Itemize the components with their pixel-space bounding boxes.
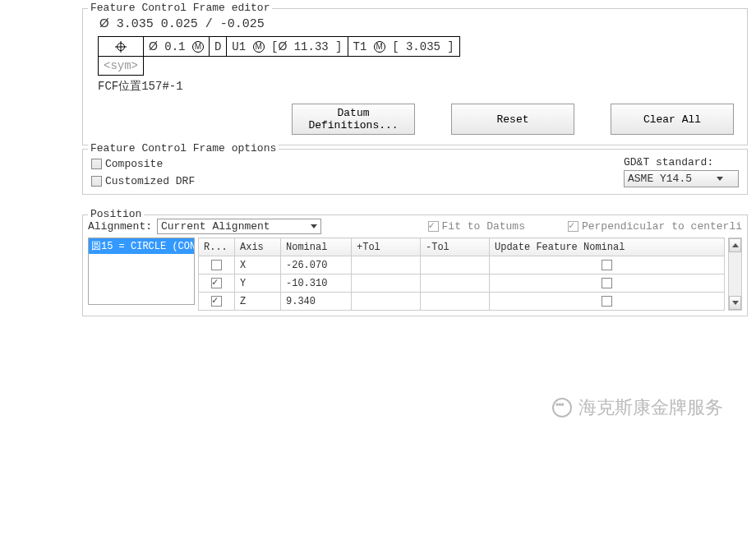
datum-a-cell[interactable]: D xyxy=(209,37,226,57)
gdt-standard-select[interactable]: ASME Y14.5 xyxy=(624,170,739,187)
row-checkbox[interactable] xyxy=(211,278,222,288)
clear-all-button[interactable]: Clear All xyxy=(611,104,734,135)
diameter-icon: Ø xyxy=(149,39,158,53)
datum-definitions-button[interactable]: Datum Definitions... xyxy=(292,104,415,135)
scroll-down-button[interactable] xyxy=(729,296,741,310)
table-row: X-26.070 xyxy=(199,256,725,274)
col-r[interactable]: R... xyxy=(199,238,235,256)
col-axis[interactable]: Axis xyxy=(235,238,281,256)
composite-checkbox[interactable] xyxy=(91,159,102,169)
col-update[interactable]: Update Feature Nominal xyxy=(490,238,725,256)
chevron-down-icon xyxy=(717,177,723,181)
diameter-plus: 0.025 xyxy=(161,17,198,31)
minus-tol-cell[interactable] xyxy=(421,256,490,274)
sym-placeholder-cell[interactable]: <sym> xyxy=(99,57,144,76)
fcf-editor-group: Feature Control Frame editor Ø 3.035 0.0… xyxy=(82,8,748,145)
update-checkbox[interactable] xyxy=(602,278,612,288)
minus-tol-cell[interactable] xyxy=(421,293,490,311)
chevron-up-icon xyxy=(732,243,739,247)
row-checkbox[interactable] xyxy=(211,296,222,307)
datum-b-cell[interactable]: U1 M [Ø 11.33 ] xyxy=(227,37,348,57)
table-row: Y-10.310 xyxy=(199,274,725,293)
scroll-up-button[interactable] xyxy=(729,238,741,252)
datum-c-cell[interactable]: T1 M [ 3.035 ] xyxy=(348,37,459,57)
diameter-symbol: Ø xyxy=(99,16,109,30)
nominal-table: R... Axis Nominal +Tol -Tol Update Featu… xyxy=(198,238,725,311)
update-checkbox[interactable] xyxy=(602,260,612,270)
tolerance-cell[interactable]: Ø 0.1 M xyxy=(144,37,210,57)
nominal-cell[interactable]: -26.070 xyxy=(281,256,352,274)
composite-label: Composite xyxy=(105,158,163,170)
axis-cell[interactable]: Z xyxy=(235,293,281,311)
fcf-editor-label: Feature Control Frame editor xyxy=(88,2,272,14)
axis-cell[interactable]: X xyxy=(235,256,281,274)
perpendicular-checkbox[interactable]: Perpendicular to centerli xyxy=(568,220,742,233)
customized-drf-checkbox[interactable] xyxy=(91,176,102,187)
fcf-options-label: Feature Control Frame options xyxy=(88,142,279,155)
diameter-value: 3.035 xyxy=(117,17,154,31)
chevron-down-icon xyxy=(311,224,317,228)
col-nominal[interactable]: Nominal xyxy=(281,238,352,256)
plus-tol-cell[interactable] xyxy=(352,293,421,311)
fcf-options-group: Feature Control Frame options Composite … xyxy=(82,149,748,195)
gdt-standard-label: GD&T standard: xyxy=(624,156,713,168)
diameter-minus: -0.025 xyxy=(220,17,265,31)
plus-tol-cell[interactable] xyxy=(352,256,421,274)
feature-listbox[interactable]: 圆15 = CIRCLE (CONTA xyxy=(88,238,195,305)
position-group: Position Alignment: Current Alignment Fi… xyxy=(82,214,748,316)
plus-tol-cell[interactable] xyxy=(352,274,421,293)
fcf-frame[interactable]: Ø 0.1 M D U1 M [Ø 11.33 ] T1 M [ 3.035 ]… xyxy=(98,36,460,76)
fcf-name: FCF位置157#-1 xyxy=(91,76,739,94)
diameter-readout: Ø 3.035 0.025 / -0.025 xyxy=(91,14,739,36)
vertical-scrollbar[interactable] xyxy=(728,238,742,311)
table-row: Z9.340 xyxy=(199,293,725,311)
col-plus-tol[interactable]: +Tol xyxy=(352,238,421,256)
mmc-icon: M xyxy=(374,41,385,53)
position-label: Position xyxy=(88,208,144,220)
feature-list-item[interactable]: 圆15 = CIRCLE (CONTA xyxy=(89,238,194,254)
update-checkbox[interactable] xyxy=(602,296,612,307)
position-symbol-cell[interactable] xyxy=(99,37,144,57)
true-position-icon xyxy=(115,41,127,53)
row-checkbox[interactable] xyxy=(211,260,222,270)
mmc-icon: M xyxy=(192,41,204,53)
minus-tol-cell[interactable] xyxy=(421,274,490,293)
col-minus-tol[interactable]: -Tol xyxy=(421,238,490,256)
alignment-select[interactable]: Current Alignment xyxy=(157,219,321,234)
axis-cell[interactable]: Y xyxy=(235,274,281,293)
mmc-icon: M xyxy=(253,41,265,53)
fit-to-datums-checkbox[interactable]: Fit to Datums xyxy=(428,220,525,233)
reset-button[interactable]: Reset xyxy=(451,104,574,135)
alignment-label: Alignment: xyxy=(88,220,152,233)
chevron-down-icon xyxy=(732,301,739,305)
nominal-cell[interactable]: 9.340 xyxy=(281,293,352,311)
customized-drf-label: Customized DRF xyxy=(105,175,195,187)
nominal-cell[interactable]: -10.310 xyxy=(281,274,352,293)
